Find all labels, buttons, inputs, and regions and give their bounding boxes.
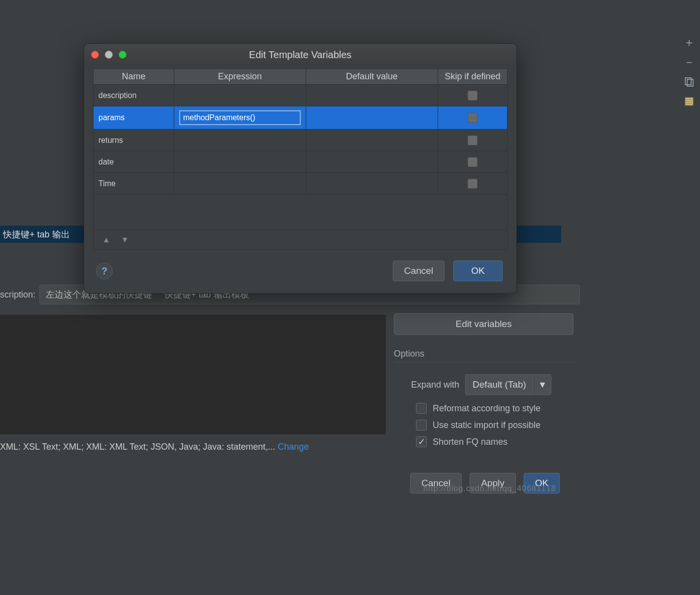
reorder-buttons: ▲ ▼ (93, 230, 508, 250)
watermark: http://blog.csdn.net/qq_40681118 (423, 484, 556, 493)
template-list-selection-text: 快捷键+ tab 输出 (3, 229, 70, 240)
cell-skip[interactable] (438, 106, 508, 130)
change-context-link[interactable]: Change (278, 442, 309, 452)
col-name[interactable]: Name (94, 69, 174, 85)
col-default[interactable]: Default value (306, 69, 438, 85)
cell-skip[interactable] (438, 173, 508, 195)
checkbox[interactable] (416, 436, 427, 447)
expand-with-label: Expand with (411, 380, 459, 390)
table-empty-area[interactable] (93, 195, 508, 230)
cell-name[interactable]: params (94, 106, 174, 130)
cell-name[interactable]: description (94, 85, 174, 106)
checkbox[interactable] (468, 113, 477, 123)
checkbox[interactable] (416, 403, 427, 414)
checkbox[interactable] (468, 91, 477, 100)
titlebar[interactable]: Edit Template Variables (84, 44, 516, 66)
checkbox[interactable] (468, 135, 477, 145)
checkbox[interactable] (468, 157, 477, 167)
cell-skip[interactable] (438, 130, 508, 151)
maximize-icon[interactable] (119, 51, 127, 59)
cell-name[interactable]: date (94, 151, 174, 173)
close-icon[interactable] (91, 51, 99, 59)
window-controls (91, 51, 127, 59)
table-row[interactable]: description (94, 85, 508, 106)
option-label: Use static import if possible (433, 420, 541, 430)
cell-name[interactable]: Time (94, 173, 174, 195)
expand-with-combo[interactable]: Default (Tab) (465, 374, 534, 395)
table-row[interactable]: returns (94, 130, 508, 151)
dialog-buttons: ? Cancel OK (84, 250, 516, 293)
move-up-icon[interactable]: ▲ (102, 235, 110, 244)
svg-rect-0 (685, 78, 691, 85)
document-icon[interactable] (684, 96, 695, 107)
cell-default[interactable] (306, 106, 438, 130)
cell-expression[interactable] (174, 130, 306, 151)
move-down-icon[interactable]: ▼ (121, 235, 129, 244)
table-row[interactable]: date (94, 151, 508, 173)
option-checkbox-row: Shorten FQ names (416, 436, 577, 447)
cell-expression[interactable] (174, 173, 306, 195)
variables-table: Name Expression Default value Skip if de… (84, 68, 516, 195)
cell-default[interactable] (306, 151, 438, 173)
checkbox[interactable] (468, 179, 477, 189)
description-label: scription: (0, 290, 39, 300)
ok-button[interactable]: OK (453, 261, 503, 281)
cancel-button[interactable]: Cancel (393, 261, 445, 281)
cell-expression[interactable]: methodParameters() (174, 106, 306, 130)
option-checkbox-row: Reformat according to style (416, 403, 577, 414)
table-row[interactable]: Time (94, 173, 508, 195)
right-toolbar: ＋ － (678, 37, 700, 107)
template-text-editor[interactable] (0, 315, 386, 434)
minimize-icon[interactable] (105, 51, 113, 59)
cell-skip[interactable] (438, 151, 508, 173)
chevron-down-icon[interactable]: ▼ (534, 374, 551, 395)
table-row[interactable]: paramsmethodParameters() (94, 106, 508, 130)
col-expression[interactable]: Expression (174, 69, 306, 85)
option-checkbox-row: Use static import if possible (416, 420, 577, 430)
cell-skip[interactable] (438, 85, 508, 106)
dialog-title: Edit Template Variables (84, 49, 516, 61)
options-title: Options (394, 349, 577, 363)
options-panel: Edit variables Options Expand with Defau… (394, 313, 577, 447)
copy-icon[interactable] (684, 76, 695, 87)
cell-expression[interactable] (174, 85, 306, 106)
context-text: XML: XSL Text; XML; XML: XML Text; JSON,… (0, 442, 275, 452)
option-label: Shorten FQ names (433, 437, 508, 447)
cell-default[interactable] (306, 173, 438, 195)
svg-rect-1 (687, 79, 693, 86)
help-icon[interactable]: ? (96, 263, 113, 279)
cell-name[interactable]: returns (94, 130, 174, 151)
cell-expression[interactable] (174, 151, 306, 173)
expand-with-row: Expand with Default (Tab) ▼ (411, 374, 577, 395)
applicable-context-row: XML: XSL Text; XML; XML: XML Text; JSON,… (0, 442, 309, 452)
edit-variables-button[interactable]: Edit variables (394, 313, 573, 335)
edit-template-variables-dialog: Edit Template Variables Name Expression … (84, 43, 517, 294)
plus-icon[interactable]: ＋ (684, 37, 695, 48)
col-skip[interactable]: Skip if defined (438, 69, 508, 85)
cell-default[interactable] (306, 130, 438, 151)
cell-default[interactable] (306, 85, 438, 106)
minus-icon[interactable]: － (684, 57, 695, 67)
option-label: Reformat according to style (433, 403, 541, 414)
checkbox[interactable] (416, 420, 427, 430)
